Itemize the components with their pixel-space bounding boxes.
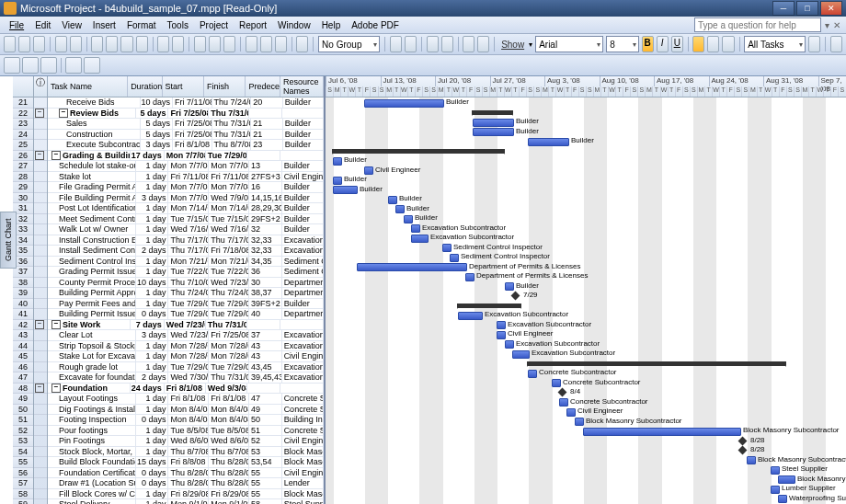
tb2-btn2[interactable]	[22, 57, 39, 74]
task-bar[interactable]	[364, 99, 444, 108]
milestone[interactable]	[738, 436, 748, 445]
show-menu[interactable]: Show	[499, 40, 526, 50]
task-bar[interactable]	[778, 475, 795, 484]
table-row[interactable]: Rough grade lot1 dayTue 7/29/08Tue 7/29/…	[48, 362, 324, 373]
table-row[interactable]: Sediment Control Insp.1 dayMon 7/21/08Mo…	[48, 257, 324, 268]
row-id[interactable]: 21	[13, 97, 33, 109]
row-id[interactable]: 59	[13, 499, 33, 504]
row-id[interactable]: 40	[13, 299, 33, 310]
new-button[interactable]	[4, 36, 16, 52]
copy-button[interactable]	[106, 36, 118, 52]
task-bar[interactable]	[552, 379, 561, 387]
row-id[interactable]: 29	[13, 182, 33, 193]
row-id[interactable]: 41	[13, 309, 33, 320]
table-row[interactable]: File Building Permit Application3 daysMo…	[48, 193, 324, 204]
task-bar[interactable]	[364, 166, 373, 175]
task-bar[interactable]	[357, 263, 467, 271]
print-preview-button[interactable]	[70, 36, 82, 52]
help-button[interactable]	[830, 36, 842, 52]
group-combo[interactable]: No Group	[318, 36, 380, 52]
menu-insert[interactable]: Insert	[87, 18, 121, 32]
format-painter-button[interactable]	[136, 36, 148, 52]
goto-button[interactable]	[427, 36, 439, 52]
table-row[interactable]: Pour footings1 dayTue 8/5/08Tue 8/5/0851…	[48, 426, 324, 437]
task-bar[interactable]	[528, 138, 569, 146]
help-search[interactable]	[694, 17, 821, 32]
table-row[interactable]: Excavate for foundation2 daysWed 7/30/08…	[48, 372, 324, 384]
row-id[interactable]: 43	[13, 330, 33, 341]
row-id[interactable]: 47	[13, 372, 33, 384]
table-row[interactable]: Stake Lot for Excavation1 dayMon 7/28/08…	[48, 351, 324, 362]
menu-adobe-pdf[interactable]: Adobe PDF	[346, 18, 405, 32]
table-row[interactable]: Stock Block, Mortar, Sand1 dayThu 8/7/08…	[48, 447, 324, 458]
row-id[interactable]: 28	[13, 172, 33, 183]
row-id[interactable]: 23	[13, 119, 33, 130]
table-row[interactable]: Dig Footings & Install Reinforcing1 dayM…	[48, 405, 324, 416]
table-row[interactable]: Pay Permit Fees and Excise Taxe1 dayTue …	[48, 299, 324, 310]
col-duration[interactable]: Duration	[128, 76, 162, 97]
font-combo[interactable]: Arial	[535, 36, 603, 52]
table-row[interactable]: −Grading & Building Permits17 daysMon 7/…	[48, 151, 324, 162]
table-row[interactable]: County Permit Process10 daysThu 7/10/08W…	[48, 278, 324, 289]
col-predecessors[interactable]: Predecessors	[246, 76, 280, 97]
publish-button[interactable]	[296, 36, 308, 52]
table-row[interactable]: Footing Inspection0 daysMon 8/4/08Mon 8/…	[48, 415, 324, 426]
maximize-button[interactable]: □	[796, 1, 818, 16]
col-finish[interactable]: Finish	[204, 76, 246, 97]
row-id[interactable]: 27	[13, 161, 33, 172]
task-bar[interactable]	[395, 205, 405, 213]
open-button[interactable]	[18, 36, 30, 52]
info-button[interactable]	[246, 36, 257, 52]
table-row[interactable]: Building Permit Issued0 daysTue 7/29/08T…	[48, 309, 324, 320]
tb2-btn4[interactable]	[65, 57, 82, 74]
tb2-btn5[interactable]	[84, 57, 100, 74]
notes-button[interactable]	[260, 36, 272, 52]
summary-bar[interactable]	[473, 110, 512, 115]
table-row[interactable]: Schedule lot stake-out1 dayMon 7/7/08Mon…	[48, 161, 324, 172]
help-dropdown-icon[interactable]: ▾	[825, 20, 829, 30]
row-id[interactable]: 45	[13, 351, 33, 362]
table-row[interactable]: Meet Sediment Control Inspector1 dayTue …	[48, 214, 324, 225]
task-bar[interactable]	[747, 456, 756, 464]
row-id[interactable]: 50	[13, 405, 33, 416]
menu-project[interactable]: Project	[194, 18, 234, 32]
menu-view[interactable]: View	[56, 18, 87, 32]
task-bar[interactable]	[333, 177, 342, 185]
table-row[interactable]: Build Block Foundation15 daysFri 8/8/08T…	[48, 457, 324, 468]
summary-bar[interactable]	[528, 361, 785, 366]
task-bar[interactable]	[411, 235, 429, 243]
menu-report[interactable]: Report	[234, 18, 272, 32]
task-bar[interactable]	[465, 273, 474, 281]
table-row[interactable]: Building Permit Approved1 dayThu 7/24/08…	[48, 288, 324, 299]
redo-button[interactable]	[172, 36, 184, 52]
autofilter-button[interactable]	[808, 36, 820, 52]
bold-button[interactable]: B	[642, 36, 654, 52]
align-center-button[interactable]	[707, 36, 719, 52]
table-row[interactable]: Construction5 daysFri 7/25/08Thu 7/31/08…	[48, 130, 324, 141]
zoom-out-button[interactable]	[405, 36, 417, 52]
row-id[interactable]: 51	[13, 415, 33, 426]
table-row[interactable]: Fill Block Cores w/ Concrete1 dayFri 8/2…	[48, 489, 324, 500]
task-bar[interactable]	[333, 157, 342, 166]
save-button[interactable]	[33, 36, 45, 52]
row-id[interactable]: 38	[13, 278, 33, 289]
pdf-button[interactable]	[4, 57, 20, 74]
task-bar[interactable]	[497, 331, 506, 339]
row-id[interactable]: 22	[13, 109, 33, 120]
summary-bar[interactable]	[458, 304, 520, 308]
task-bar[interactable]	[505, 340, 514, 349]
task-bar[interactable]	[458, 312, 483, 320]
col-resource-names[interactable]: Resource Names	[280, 76, 324, 97]
row-id[interactable]: 26	[13, 151, 33, 162]
collapse-icon[interactable]: −	[35, 384, 44, 393]
wizard-button[interactable]	[441, 36, 453, 52]
milestone[interactable]	[738, 446, 748, 455]
indent-button[interactable]	[477, 36, 489, 52]
menu-window[interactable]: Window	[272, 18, 316, 32]
row-id[interactable]: 46	[13, 362, 33, 373]
collapse-icon[interactable]: −	[35, 109, 44, 118]
table-row[interactable]: Grading Permit Issued1 dayTue 7/22/08Tue…	[48, 267, 324, 278]
filter-combo[interactable]: All Tasks	[744, 36, 806, 52]
milestone[interactable]	[511, 292, 520, 301]
row-id[interactable]: 48	[13, 384, 33, 395]
